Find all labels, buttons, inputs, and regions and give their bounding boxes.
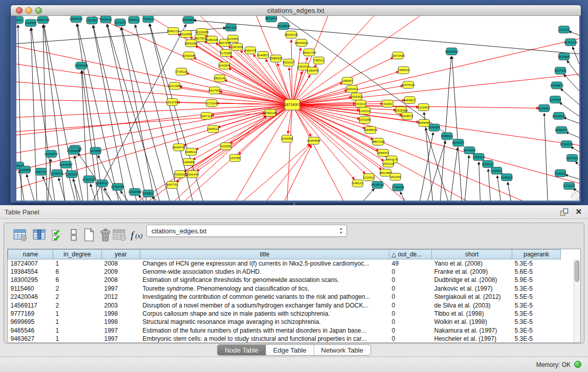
- panel-splitter-handle[interactable]: ▲: [291, 201, 297, 205]
- network-node-9457791[interactable]: 9457791: [166, 181, 179, 188]
- network-node-915122[interactable]: 915122: [483, 161, 493, 168]
- network-node-10688609[interactable]: 10688609: [363, 126, 377, 134]
- network-node-2935114[interactable]: 2935114: [473, 154, 485, 161]
- network-node-9227343[interactable]: 9227343: [554, 67, 567, 74]
- network-node-2803144[interactable]: 2803144: [214, 75, 226, 82]
- network-node-16961758[interactable]: 16961758: [302, 49, 316, 56]
- float-panel-icon[interactable]: [560, 208, 569, 216]
- network-node-938122[interactable]: 938122: [352, 180, 363, 187]
- toggle-rows-icon[interactable]: [67, 228, 81, 242]
- network-node-18325419[interactable]: 18325419: [285, 31, 298, 38]
- network-node-8454749[interactable]: 8454749: [245, 47, 257, 54]
- network-node-153786[interactable]: 153786: [230, 155, 241, 162]
- network-node-10973493[interactable]: 10973493: [391, 52, 405, 59]
- table-row[interactable]: 1456911722003Disruption of a novel membe…: [8, 301, 561, 309]
- network-node-795521[interactable]: 795521: [313, 57, 324, 64]
- network-node-8322037[interactable]: 8322037: [282, 59, 295, 66]
- column-header-name[interactable]: name: [8, 250, 53, 259]
- network-node-9267110[interactable]: 9267110: [201, 112, 212, 119]
- network-node-12093872[interactable]: 12093872: [550, 82, 564, 89]
- network-node-1071191[interactable]: 1071191: [114, 19, 126, 26]
- network-node-22420046[interactable]: 22420046: [182, 52, 196, 59]
- network-node-9474444[interactable]: 9474444: [464, 147, 476, 154]
- network-node-17957253[interactable]: 17957253: [82, 176, 96, 183]
- network-node-7625402[interactable]: 7625402: [174, 170, 186, 178]
- close-panel-icon[interactable]: ✕: [575, 207, 582, 216]
- network-node-1691440[interactable]: 1691440: [187, 170, 199, 178]
- network-node-16046766[interactable]: 16046766: [172, 144, 186, 151]
- network-node-915355[interactable]: 915355: [221, 143, 231, 150]
- table-row[interactable]: 1938455462009Genome-wide association stu…: [8, 268, 561, 276]
- network-node-19384554[interactable]: 19384554: [307, 137, 321, 144]
- network-node-8912955[interactable]: 8912955: [180, 31, 192, 38]
- column-header-out_de[interactable]: △ out_de...: [389, 250, 432, 259]
- network-node-9449575[interactable]: 9449575: [401, 112, 413, 119]
- network-node-1160421[interactable]: 1160421: [346, 85, 358, 93]
- network-node-1167533[interactable]: 1167533: [567, 155, 578, 162]
- network-node-9146821[interactable]: 9146821: [257, 51, 269, 58]
- table-mode-icon[interactable]: [13, 228, 28, 242]
- network-node-19218596[interactable]: 19218596: [277, 23, 291, 30]
- table-row[interactable]: 1830029562008Estimation of significance …: [8, 276, 561, 284]
- network-node-1099489[interactable]: 1099489: [183, 159, 195, 166]
- network-canvas[interactable]: 1662111405572069140610653257152760294661…: [16, 16, 579, 201]
- network-node-20691406[interactable]: 20691406: [36, 16, 50, 24]
- network-node-17016504[interactable]: 17016504: [560, 141, 574, 148]
- table-row[interactable]: 911546021997Tourette syndrome. Phenomeno…: [8, 285, 561, 293]
- network-node-163214[interactable]: 163214: [355, 100, 366, 107]
- network-node-172103[interactable]: 172103: [564, 182, 575, 189]
- network-node-111213[interactable]: 111213: [559, 26, 570, 33]
- network-node-15883520[interactable]: 15883520: [269, 55, 283, 62]
- network-node-7857224[interactable]: 7857224: [225, 24, 237, 31]
- node-table-container[interactable]: namein_degreeyeartitle△ out_de...shortpa…: [7, 249, 581, 343]
- network-node-10975887[interactable]: 10975887: [59, 161, 73, 168]
- network-node-9115460[interactable]: 9115460: [418, 104, 429, 111]
- network-node-21053346[interactable]: 21053346: [74, 62, 88, 69]
- citation-network-graph[interactable]: 1662111405572069140610653257152760294661…: [16, 16, 579, 201]
- vertical-scrollbar[interactable]: [574, 259, 580, 342]
- network-node-1527602[interactable]: 1527602: [86, 17, 98, 24]
- tab-network-table[interactable]: Network Table: [314, 345, 371, 355]
- network-node-15892971[interactable]: 15892971: [555, 126, 569, 134]
- network-node-18724007[interactable]: 18724007: [285, 99, 300, 110]
- new-column-icon[interactable]: [82, 228, 96, 242]
- window-titlebar[interactable]: citations_edges.txt: [11, 5, 581, 16]
- table-row[interactable]: 969969511998Structural magnetic resonanc…: [8, 318, 561, 326]
- memory-ok-indicator[interactable]: [574, 361, 581, 368]
- network-node-252254[interactable]: 252254: [390, 173, 401, 180]
- network-node-15751074[interactable]: 15751074: [564, 39, 578, 46]
- show-columns-icon[interactable]: [33, 228, 47, 242]
- column-header-in_degree[interactable]: in_degree: [53, 250, 102, 259]
- network-node-916655[interactable]: 916655: [90, 147, 101, 155]
- network-node-2367608[interactable]: 2367608: [231, 43, 244, 51]
- table-row[interactable]: 946554611997Estimation of the future num…: [8, 326, 561, 335]
- network-node-9242848[interactable]: 9242848: [219, 62, 231, 69]
- network-node-1216212[interactable]: 1216212: [359, 107, 371, 115]
- table-row[interactable]: 977716911998Corpus callosum shape and si…: [8, 310, 561, 318]
- network-node-2718120[interactable]: 2718120: [176, 68, 188, 75]
- network-window[interactable]: citations_edges.txt 16621114055720691406…: [10, 5, 581, 203]
- network-node-18300295[interactable]: 18300295: [264, 109, 277, 116]
- network-node-8813054[interactable]: 8813054: [265, 16, 277, 22]
- network-node-1816462[interactable]: 1816462: [351, 93, 363, 100]
- network-node-16543382[interactable]: 16543382: [184, 40, 198, 47]
- network-node-62160[interactable]: 62160: [382, 100, 393, 107]
- network-node-9498222[interactable]: 9498222: [185, 148, 198, 156]
- select-columns-icon[interactable]: [51, 228, 66, 242]
- network-node-20206576[interactable]: 20206576: [45, 150, 58, 158]
- network-node-1572040[interactable]: 1572040: [359, 116, 371, 123]
- network-node-8427552[interactable]: 8427552: [209, 87, 221, 94]
- network-node-1640954[interactable]: 1640954: [428, 124, 441, 131]
- network-node-16210643[interactable]: 16210643: [552, 112, 566, 119]
- network-node-16621[interactable]: 16621: [16, 16, 23, 24]
- network-node-1140557[interactable]: 1140557: [25, 19, 37, 27]
- network-node-16782753[interactable]: 16782753: [111, 183, 124, 190]
- network-node-16648784[interactable]: 16648784: [445, 48, 459, 55]
- network-node-9699695[interactable]: 9699695: [418, 119, 430, 126]
- network-node-1990449[interactable]: 1990449: [307, 67, 319, 74]
- tab-edge-table[interactable]: Edge Table: [266, 345, 314, 355]
- table-row[interactable]: 2242004622012Investigating the contribut…: [8, 293, 561, 301]
- network-node-190211[interactable]: 190211: [143, 16, 154, 23]
- network-node-17359928[interactable]: 17359928: [67, 147, 81, 155]
- network-node-1836012[interactable]: 1836012: [207, 125, 220, 133]
